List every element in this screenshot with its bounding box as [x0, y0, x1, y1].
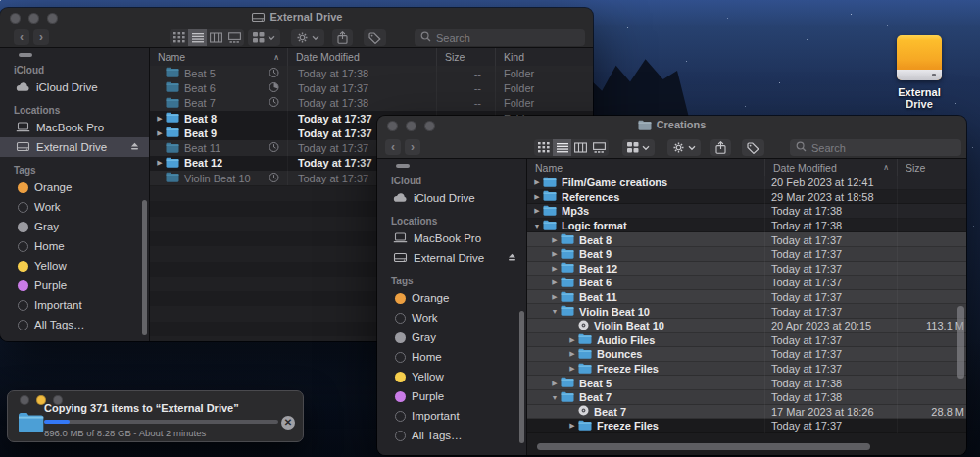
disclosure-triangle-icon[interactable]: ▶	[531, 193, 543, 201]
disclosure-triangle-icon[interactable]: ▶	[154, 129, 166, 137]
sidebar-item-external-drive[interactable]: External Drive	[0, 137, 149, 157]
disclosure-triangle-icon[interactable]: ▶	[566, 336, 578, 344]
column-header-size[interactable]: Size	[437, 48, 496, 66]
action-menu-button[interactable]	[667, 139, 701, 156]
file-row[interactable]: ▶Beat 6Today at 17:37	[527, 276, 966, 290]
cancel-copy-button[interactable]: ✕	[281, 416, 295, 430]
close-button[interactable]	[20, 395, 29, 405]
tag-button[interactable]	[742, 139, 764, 156]
file-row[interactable]: ▼Violin Beat 10Today at 17:37	[527, 304, 966, 319]
file-row[interactable]: Violin Beat 1020 Apr 2023 at 20:15113.1 …	[527, 319, 966, 333]
file-row[interactable]: ▶Beat 5Today at 17:38	[527, 376, 966, 390]
view-list-icon[interactable]	[188, 29, 207, 46]
sidebar-item-gray[interactable]: Gray	[0, 217, 149, 236]
back-button[interactable]: ‹	[14, 29, 29, 45]
disclosure-triangle-icon[interactable]: ▶	[549, 279, 561, 286]
view-list-icon[interactable]	[553, 139, 571, 156]
file-row[interactable]: ▼Beat 7Today at 17:38	[527, 390, 966, 405]
sidebar-item-home[interactable]: Home	[377, 347, 526, 367]
list-header[interactable]: Name Date Modified∧ Size	[527, 159, 966, 177]
file-row[interactable]: ▶Beat 12Today at 17:37	[527, 262, 966, 277]
file-row[interactable]: ▶Beat 8Today at 17:37	[527, 232, 966, 247]
titlebar[interactable]: External Drive ‹ › Search	[0, 8, 593, 48]
view-grid-icon[interactable]	[534, 139, 553, 156]
sidebar-item-icloud-drive[interactable]: iCloud Drive	[0, 77, 149, 97]
file-row[interactable]: ▶Audio FilesToday at 17:37	[527, 333, 966, 348]
sidebar-item-important[interactable]: Important	[0, 295, 149, 315]
group-button[interactable]	[248, 29, 280, 46]
disclosure-triangle-icon[interactable]: ▼	[549, 308, 561, 315]
sidebar-item-purple[interactable]: Purple	[0, 276, 149, 295]
share-button[interactable]	[710, 139, 731, 156]
group-button[interactable]	[622, 139, 655, 156]
horizontal-scrollbar[interactable]	[537, 443, 870, 450]
disclosure-triangle-icon[interactable]: ▶	[549, 265, 561, 273]
sidebar-item-macbook-pro[interactable]: MacBook Pro	[377, 228, 526, 248]
sidebar-item-all-tags[interactable]: All Tags…	[377, 426, 526, 445]
forward-button[interactable]: ›	[405, 139, 420, 155]
view-gallery-icon[interactable]	[225, 29, 244, 46]
disclosure-triangle-icon[interactable]: ▶	[531, 207, 543, 215]
column-header-date[interactable]: Date Modified	[288, 48, 437, 66]
sidebar-item-icloud-drive[interactable]: iCloud Drive	[377, 188, 526, 208]
sidebar-item-important[interactable]: Important	[377, 406, 526, 426]
disclosure-triangle-icon[interactable]: ▼	[549, 394, 561, 401]
disclosure-triangle-icon[interactable]: ▶	[549, 250, 561, 258]
file-row[interactable]: ▶Mp3sToday at 17:38	[527, 204, 966, 219]
file-row[interactable]: ▼Logic formatToday at 17:38	[527, 219, 966, 233]
column-header-size[interactable]: Size	[898, 159, 966, 176]
eject-icon[interactable]	[129, 141, 140, 153]
forward-button[interactable]: ›	[33, 29, 49, 45]
file-row[interactable]: ▶Freeze FilesToday at 17:37	[527, 419, 966, 433]
disclosure-triangle-icon[interactable]: ▶	[549, 293, 561, 301]
file-row[interactable]: ▶Freeze FilesToday at 17:37	[527, 362, 966, 377]
list-header[interactable]: Name∧ Date Modified Size Kind	[150, 48, 593, 67]
file-row[interactable]: ▶Beat 9Today at 17:37	[527, 247, 966, 262]
file-row[interactable]: ▶BouncesToday at 17:37	[527, 347, 966, 362]
file-row[interactable]: ▶Beat 11Today at 17:37	[527, 290, 966, 305]
file-row[interactable]: Beat 717 Mar 2023 at 18:2628.8 M	[527, 405, 966, 420]
view-grid-icon[interactable]	[170, 29, 188, 46]
sidebar-item-external-drive[interactable]: External Drive	[377, 248, 526, 268]
disclosure-triangle-icon[interactable]: ▶	[531, 178, 543, 186]
file-row[interactable]: ▶References29 Mar 2023 at 18:58	[527, 190, 966, 205]
sidebar-item-work[interactable]: Work	[377, 308, 526, 328]
sidebar-item-purple[interactable]: Purple	[377, 386, 526, 406]
sidebar-item-gray[interactable]: Gray	[377, 328, 526, 347]
disclosure-triangle-icon[interactable]: ▶	[566, 350, 578, 358]
sidebar-item-work[interactable]: Work	[0, 197, 149, 217]
sidebar-item-home[interactable]: Home	[0, 236, 149, 256]
disclosure-triangle-icon[interactable]: ▶	[566, 365, 578, 373]
vertical-scrollbar[interactable]	[957, 306, 964, 379]
disclosure-triangle-icon[interactable]: ▼	[531, 223, 543, 229]
view-columns-icon[interactable]	[571, 139, 590, 156]
disclosure-triangle-icon[interactable]: ▶	[549, 236, 561, 244]
sidebar-item-orange[interactable]: Orange	[377, 288, 526, 308]
disclosure-triangle-icon[interactable]: ▶	[154, 115, 166, 123]
view-gallery-icon[interactable]	[590, 139, 609, 156]
file-row[interactable]: Beat 6Today at 17:37--Folder	[150, 80, 593, 95]
disclosure-triangle-icon[interactable]: ▶	[154, 159, 166, 167]
file-row[interactable]: Beat 5Today at 17:38--Folder	[150, 66, 593, 80]
action-menu-button[interactable]	[291, 29, 324, 46]
desktop-drive-icon[interactable]: External Drive	[884, 35, 955, 110]
file-row[interactable]: ▶Film/Game creations20 Feb 2023 at 12:41	[527, 176, 966, 190]
view-columns-icon[interactable]	[207, 29, 225, 46]
share-button[interactable]	[332, 29, 353, 46]
sidebar-item-all-tags[interactable]: All Tags…	[0, 315, 149, 334]
sidebar-item-yellow[interactable]: Yellow	[377, 367, 526, 386]
tag-button[interactable]	[364, 29, 386, 46]
eject-icon[interactable]	[507, 252, 517, 264]
sidebar-item-yellow[interactable]: Yellow	[0, 256, 149, 276]
titlebar[interactable]: Creations ‹ › Search	[377, 116, 966, 159]
view-switcher[interactable]	[534, 139, 609, 156]
back-button[interactable]: ‹	[385, 139, 401, 155]
disclosure-triangle-icon[interactable]: ▶	[566, 422, 578, 430]
sidebar-item-orange[interactable]: Orange	[0, 178, 149, 197]
file-row[interactable]: Beat 7Today at 17:38--Folder	[150, 96, 593, 111]
column-header-date[interactable]: Date Modified∧	[765, 159, 898, 176]
column-header-kind[interactable]: Kind	[496, 48, 593, 66]
search-input[interactable]: Search	[790, 139, 961, 156]
column-header-name[interactable]: Name	[527, 159, 765, 176]
disclosure-triangle-icon[interactable]: ▶	[549, 380, 561, 387]
